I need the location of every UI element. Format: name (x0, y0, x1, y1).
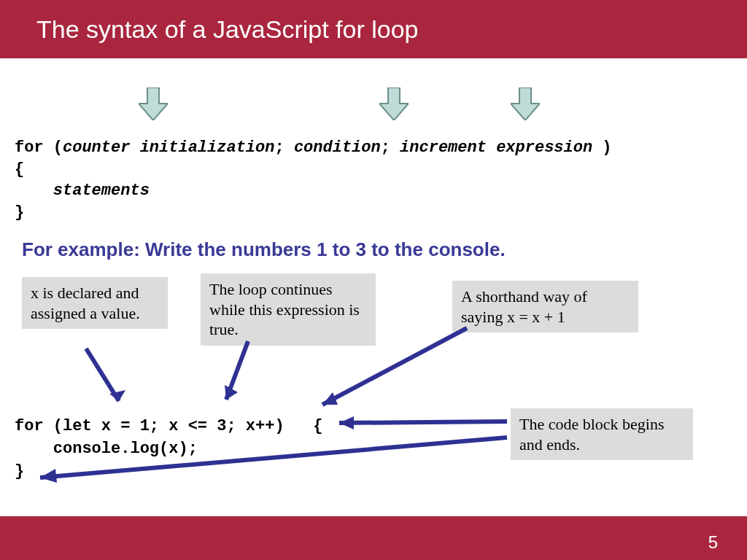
syntax-statements: statements (53, 182, 150, 200)
code-line-2: console.log(x); (15, 440, 198, 458)
note-shorthand: A shorthand way of saying x = x + 1 (452, 281, 638, 332)
code-line-1: for (let x = 1; x <= 3; x++) { (15, 417, 322, 435)
syntax-template: for (counter initialization; condition; … (15, 137, 612, 224)
svg-marker-4 (109, 390, 125, 401)
example-heading: For example: Write the numbers 1 to 3 to… (22, 238, 506, 261)
syntax-condition: condition (294, 139, 381, 157)
slide-header: The syntax of a JavaScript for loop (0, 0, 747, 58)
note-block: The code block begins and ends. (511, 408, 693, 460)
slide-title: The syntax of a JavaScript for loop (36, 15, 418, 44)
close-brace: } (15, 203, 24, 222)
svg-marker-8 (322, 392, 338, 405)
page-number: 5 (708, 532, 718, 553)
svg-marker-2 (511, 88, 540, 120)
note-declared: x is declared and assigned a value. (22, 277, 168, 329)
syntax-counter-init: counter initialization (63, 139, 274, 157)
indent (15, 182, 53, 200)
open-brace: { (15, 160, 24, 179)
svg-line-3 (86, 349, 119, 401)
svg-line-5 (226, 341, 248, 400)
down-arrow-icon (139, 88, 168, 120)
note-continues: The loop continues while this expression… (201, 273, 376, 346)
svg-marker-0 (139, 88, 168, 120)
slide-content: for (counter initialization; condition; … (0, 58, 747, 516)
svg-line-9 (339, 421, 507, 423)
syntax-increment: increment expression (400, 139, 592, 157)
slide-footer: 5 (0, 516, 747, 560)
down-arrow-icon (379, 88, 409, 120)
code-line-3: } (15, 462, 24, 481)
svg-marker-1 (379, 88, 409, 120)
svg-marker-6 (225, 385, 238, 400)
example-code: for (let x = 1; x <= 3; x++) { console.l… (15, 416, 322, 483)
down-arrow-icon (511, 88, 540, 120)
close-paren: ) (592, 139, 611, 157)
sep: ; (381, 139, 400, 157)
kw-for: for ( (15, 139, 63, 157)
svg-marker-10 (339, 416, 354, 429)
sep: ; (274, 139, 293, 157)
